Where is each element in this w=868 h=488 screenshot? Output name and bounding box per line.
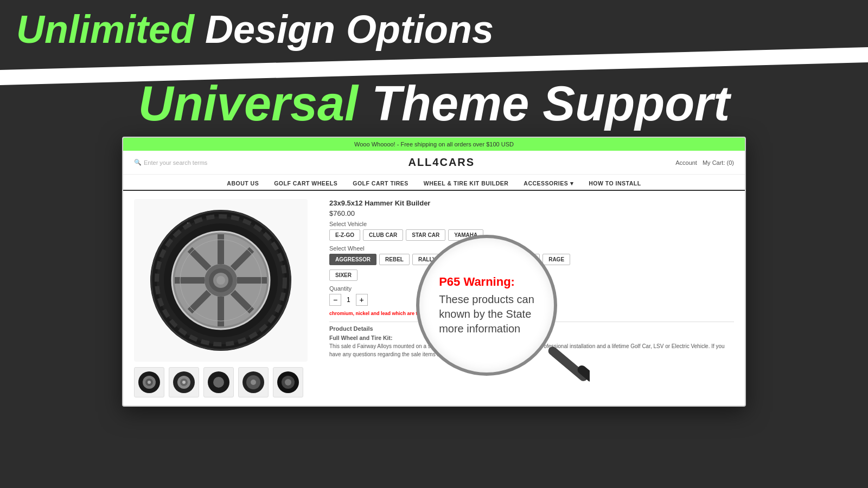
product-price: $760.00 bbox=[329, 209, 734, 217]
svg-point-37 bbox=[285, 379, 291, 386]
nav-accessories[interactable]: ACCESSORIES bbox=[524, 180, 573, 187]
nav-about-us[interactable]: ABOUT US bbox=[227, 180, 259, 187]
search-placeholder: Enter your search terms bbox=[144, 159, 207, 166]
qty-minus[interactable]: − bbox=[329, 294, 341, 306]
svg-point-29 bbox=[182, 381, 186, 384]
heading-unlimited: Unlimited bbox=[16, 8, 194, 51]
wheel-rallye[interactable]: RALLYE bbox=[412, 254, 445, 265]
heading-line1: Unlimited Design Options bbox=[16, 10, 852, 49]
svg-point-25 bbox=[148, 381, 151, 384]
nav-golf-cart-tires[interactable]: GOLF CART TIRES bbox=[353, 180, 409, 187]
p65-small-warning: chromium, nickel and lead which are th d… bbox=[329, 311, 525, 316]
qty-value: 1 bbox=[347, 296, 350, 304]
store-header: 🔍 Enter your search terms ALL4CARS Accou… bbox=[123, 151, 745, 175]
browser-mockup: Wooo Whoooo! - Free shipping on all orde… bbox=[122, 137, 746, 407]
thumb-5[interactable] bbox=[273, 367, 303, 397]
heading-theme-support: Theme Support bbox=[358, 76, 730, 131]
search-icon: 🔍 bbox=[134, 159, 142, 166]
qty-plus[interactable]: + bbox=[356, 294, 368, 306]
main-product-image: ● bbox=[134, 199, 308, 362]
wheel-aggressor[interactable]: AGGRESSOR bbox=[329, 254, 376, 265]
thumb-1[interactable] bbox=[134, 367, 164, 397]
wheel-shift[interactable]: SHIFT bbox=[512, 254, 540, 265]
vehicle-star-car[interactable]: STAR CAR bbox=[406, 229, 445, 241]
product-description: Full Wheel and Tire Kit: This sale d Fai… bbox=[329, 334, 734, 359]
heading-universal: Universal bbox=[138, 76, 358, 131]
vehicle-ezgo[interactable]: E-Z-GO bbox=[329, 229, 360, 241]
nav-how-to-install[interactable]: HOW TO INSTALL bbox=[589, 180, 641, 187]
wheel-sixer[interactable]: SIXER bbox=[329, 269, 358, 281]
vehicle-club-car[interactable]: CLUB CAR bbox=[363, 229, 403, 241]
qty-control: − 1 + bbox=[329, 294, 734, 306]
product-title: 23x9.5x12 Hammer Kit Builder bbox=[329, 199, 734, 207]
heading-line2: Universal Theme Support bbox=[0, 79, 868, 128]
thumbnail-row bbox=[134, 367, 318, 397]
p65-small-text: chromium, nickel and lead which are th d… bbox=[329, 310, 734, 317]
wheel-flex[interactable]: FLEX bbox=[484, 254, 510, 265]
account-link[interactable]: Account bbox=[675, 159, 697, 166]
thumb-3[interactable] bbox=[203, 367, 234, 397]
wheel-rebel[interactable]: REBEL bbox=[379, 254, 410, 265]
header-links: Account My Cart: (0) bbox=[675, 159, 734, 166]
wheel-options-row2: SIXER bbox=[329, 269, 734, 281]
search-bar[interactable]: 🔍 Enter your search terms bbox=[134, 159, 207, 166]
store-logo: ALL4CARS bbox=[408, 156, 475, 169]
cart-link[interactable]: My Cart: (0) bbox=[703, 159, 734, 166]
heading-design-options: Design Options bbox=[194, 8, 494, 51]
select-wheel-label: Select Wheel bbox=[329, 245, 734, 252]
announcement-bar: Wooo Whoooo! - Free shipping on all orde… bbox=[123, 138, 745, 151]
nav-bar: ABOUT US GOLF CART WHEELS GOLF CART TIRE… bbox=[123, 175, 745, 191]
vehicle-options: E-Z-GO CLUB CAR STAR CAR YAMAHA bbox=[329, 229, 734, 241]
description-text: This sale d Fairway Alloys mounted on a … bbox=[329, 343, 725, 357]
select-vehicle-label: Select Vehicle bbox=[329, 221, 734, 227]
wheel-options: AGGRESSOR REBEL RALLYE BATTLE FLEX SHIFT… bbox=[329, 254, 734, 265]
thumb-2[interactable] bbox=[169, 367, 199, 397]
tire-svg: ● bbox=[145, 204, 297, 356]
qty-label: Quantity bbox=[329, 285, 734, 292]
vehicle-yamaha[interactable]: YAMAHA bbox=[448, 229, 483, 241]
top-heading-section: Unlimited Design Options bbox=[0, 0, 868, 54]
product-area: ● bbox=[123, 191, 745, 406]
wheel-battle[interactable]: BATTLE bbox=[448, 254, 481, 265]
svg-point-17 bbox=[216, 276, 225, 285]
svg-point-34 bbox=[251, 380, 256, 385]
full-kit-label: Full Wheel and Tire Kit: bbox=[329, 335, 392, 341]
product-details: 23x9.5x12 Hammer Kit Builder $760.00 Sel… bbox=[329, 199, 734, 397]
product-images: ● bbox=[134, 199, 318, 397]
nav-golf-cart-wheels[interactable]: GOLF CART WHEELS bbox=[274, 180, 337, 187]
product-details-section: Product Details bbox=[329, 322, 734, 332]
announcement-text: Wooo Whoooo! - Free shipping on all orde… bbox=[354, 141, 514, 147]
nav-wheel-tire-kit[interactable]: WHEEL & TIRE KIT BUILDER bbox=[424, 180, 508, 187]
thumb-4[interactable] bbox=[238, 367, 269, 397]
svg-point-31 bbox=[213, 377, 224, 388]
wheel-rage[interactable]: RAGE bbox=[542, 254, 570, 265]
svg-rect-39 bbox=[576, 364, 590, 384]
